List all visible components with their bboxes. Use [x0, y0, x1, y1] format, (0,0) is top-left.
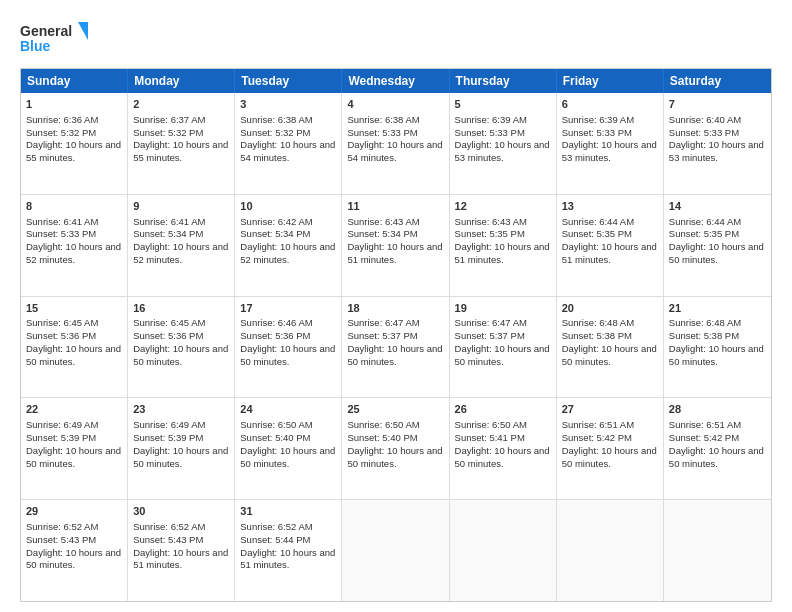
calendar-cell: 12 Sunrise: 6:43 AM Sunset: 5:35 PM Dayl…	[450, 195, 557, 296]
calendar-header: SundayMondayTuesdayWednesdayThursdayFrid…	[21, 69, 771, 93]
calendar-cell: 9 Sunrise: 6:41 AM Sunset: 5:34 PM Dayli…	[128, 195, 235, 296]
sunset-label: Sunset: 5:41 PM	[455, 432, 525, 443]
daylight-label: Daylight: 10 hours and 52 minutes.	[133, 241, 228, 265]
calendar-cell: 18 Sunrise: 6:47 AM Sunset: 5:37 PM Dayl…	[342, 297, 449, 398]
daylight-label: Daylight: 10 hours and 55 minutes.	[26, 139, 121, 163]
calendar-cell: 13 Sunrise: 6:44 AM Sunset: 5:35 PM Dayl…	[557, 195, 664, 296]
sunset-label: Sunset: 5:32 PM	[240, 127, 310, 138]
daylight-label: Daylight: 10 hours and 55 minutes.	[133, 139, 228, 163]
sunset-label: Sunset: 5:43 PM	[26, 534, 96, 545]
sunset-label: Sunset: 5:32 PM	[26, 127, 96, 138]
daylight-label: Daylight: 10 hours and 50 minutes.	[26, 343, 121, 367]
sunset-label: Sunset: 5:44 PM	[240, 534, 310, 545]
svg-marker-2	[78, 22, 88, 40]
weekday-header: Wednesday	[342, 69, 449, 93]
day-number: 5	[455, 97, 551, 112]
day-number: 29	[26, 504, 122, 519]
sunrise-label: Sunrise: 6:44 AM	[669, 216, 741, 227]
day-number: 17	[240, 301, 336, 316]
day-number: 23	[133, 402, 229, 417]
day-number: 11	[347, 199, 443, 214]
day-number: 27	[562, 402, 658, 417]
daylight-label: Daylight: 10 hours and 50 minutes.	[26, 547, 121, 571]
sunset-label: Sunset: 5:33 PM	[347, 127, 417, 138]
sunset-label: Sunset: 5:37 PM	[347, 330, 417, 341]
calendar-cell: 4 Sunrise: 6:38 AM Sunset: 5:33 PM Dayli…	[342, 93, 449, 194]
sunset-label: Sunset: 5:40 PM	[347, 432, 417, 443]
daylight-label: Daylight: 10 hours and 50 minutes.	[240, 343, 335, 367]
calendar-cell: 3 Sunrise: 6:38 AM Sunset: 5:32 PM Dayli…	[235, 93, 342, 194]
day-number: 18	[347, 301, 443, 316]
calendar-cell	[342, 500, 449, 601]
day-number: 19	[455, 301, 551, 316]
sunrise-label: Sunrise: 6:50 AM	[347, 419, 419, 430]
sunset-label: Sunset: 5:32 PM	[133, 127, 203, 138]
daylight-label: Daylight: 10 hours and 51 minutes.	[133, 547, 228, 571]
day-number: 30	[133, 504, 229, 519]
day-number: 6	[562, 97, 658, 112]
calendar-cell: 19 Sunrise: 6:47 AM Sunset: 5:37 PM Dayl…	[450, 297, 557, 398]
sunset-label: Sunset: 5:38 PM	[669, 330, 739, 341]
sunset-label: Sunset: 5:34 PM	[240, 228, 310, 239]
sunset-label: Sunset: 5:42 PM	[669, 432, 739, 443]
calendar-cell: 25 Sunrise: 6:50 AM Sunset: 5:40 PM Dayl…	[342, 398, 449, 499]
calendar-cell: 31 Sunrise: 6:52 AM Sunset: 5:44 PM Dayl…	[235, 500, 342, 601]
sunset-label: Sunset: 5:36 PM	[240, 330, 310, 341]
daylight-label: Daylight: 10 hours and 50 minutes.	[347, 343, 442, 367]
sunset-label: Sunset: 5:37 PM	[455, 330, 525, 341]
sunset-label: Sunset: 5:40 PM	[240, 432, 310, 443]
sunset-label: Sunset: 5:38 PM	[562, 330, 632, 341]
daylight-label: Daylight: 10 hours and 53 minutes.	[669, 139, 764, 163]
day-number: 16	[133, 301, 229, 316]
calendar-cell: 28 Sunrise: 6:51 AM Sunset: 5:42 PM Dayl…	[664, 398, 771, 499]
calendar-cell: 6 Sunrise: 6:39 AM Sunset: 5:33 PM Dayli…	[557, 93, 664, 194]
daylight-label: Daylight: 10 hours and 50 minutes.	[133, 445, 228, 469]
day-number: 1	[26, 97, 122, 112]
daylight-label: Daylight: 10 hours and 50 minutes.	[240, 445, 335, 469]
sunrise-label: Sunrise: 6:52 AM	[133, 521, 205, 532]
calendar-cell: 5 Sunrise: 6:39 AM Sunset: 5:33 PM Dayli…	[450, 93, 557, 194]
weekday-header: Sunday	[21, 69, 128, 93]
calendar-row: 1 Sunrise: 6:36 AM Sunset: 5:32 PM Dayli…	[21, 93, 771, 194]
day-number: 21	[669, 301, 766, 316]
day-number: 25	[347, 402, 443, 417]
sunrise-label: Sunrise: 6:52 AM	[240, 521, 312, 532]
sunset-label: Sunset: 5:33 PM	[455, 127, 525, 138]
sunrise-label: Sunrise: 6:40 AM	[669, 114, 741, 125]
sunrise-label: Sunrise: 6:45 AM	[26, 317, 98, 328]
sunset-label: Sunset: 5:35 PM	[562, 228, 632, 239]
calendar-row: 29 Sunrise: 6:52 AM Sunset: 5:43 PM Dayl…	[21, 499, 771, 601]
day-number: 7	[669, 97, 766, 112]
sunset-label: Sunset: 5:39 PM	[133, 432, 203, 443]
sunset-label: Sunset: 5:33 PM	[26, 228, 96, 239]
calendar-cell: 30 Sunrise: 6:52 AM Sunset: 5:43 PM Dayl…	[128, 500, 235, 601]
calendar-body: 1 Sunrise: 6:36 AM Sunset: 5:32 PM Dayli…	[21, 93, 771, 601]
sunrise-label: Sunrise: 6:45 AM	[133, 317, 205, 328]
day-number: 20	[562, 301, 658, 316]
calendar-row: 15 Sunrise: 6:45 AM Sunset: 5:36 PM Dayl…	[21, 296, 771, 398]
calendar-cell: 22 Sunrise: 6:49 AM Sunset: 5:39 PM Dayl…	[21, 398, 128, 499]
weekday-header: Tuesday	[235, 69, 342, 93]
calendar-cell: 27 Sunrise: 6:51 AM Sunset: 5:42 PM Dayl…	[557, 398, 664, 499]
calendar-row: 8 Sunrise: 6:41 AM Sunset: 5:33 PM Dayli…	[21, 194, 771, 296]
daylight-label: Daylight: 10 hours and 50 minutes.	[562, 445, 657, 469]
page: General Blue SundayMondayTuesdayWednesda…	[0, 0, 792, 612]
daylight-label: Daylight: 10 hours and 50 minutes.	[26, 445, 121, 469]
sunrise-label: Sunrise: 6:47 AM	[347, 317, 419, 328]
sunset-label: Sunset: 5:35 PM	[455, 228, 525, 239]
sunrise-label: Sunrise: 6:43 AM	[347, 216, 419, 227]
sunrise-label: Sunrise: 6:49 AM	[133, 419, 205, 430]
day-number: 28	[669, 402, 766, 417]
daylight-label: Daylight: 10 hours and 50 minutes.	[669, 445, 764, 469]
logo: General Blue	[20, 18, 90, 58]
sunrise-label: Sunrise: 6:39 AM	[562, 114, 634, 125]
sunrise-label: Sunrise: 6:51 AM	[669, 419, 741, 430]
sunrise-label: Sunrise: 6:39 AM	[455, 114, 527, 125]
day-number: 8	[26, 199, 122, 214]
day-number: 2	[133, 97, 229, 112]
daylight-label: Daylight: 10 hours and 54 minutes.	[347, 139, 442, 163]
sunset-label: Sunset: 5:42 PM	[562, 432, 632, 443]
calendar-cell: 14 Sunrise: 6:44 AM Sunset: 5:35 PM Dayl…	[664, 195, 771, 296]
day-number: 31	[240, 504, 336, 519]
daylight-label: Daylight: 10 hours and 50 minutes.	[669, 343, 764, 367]
